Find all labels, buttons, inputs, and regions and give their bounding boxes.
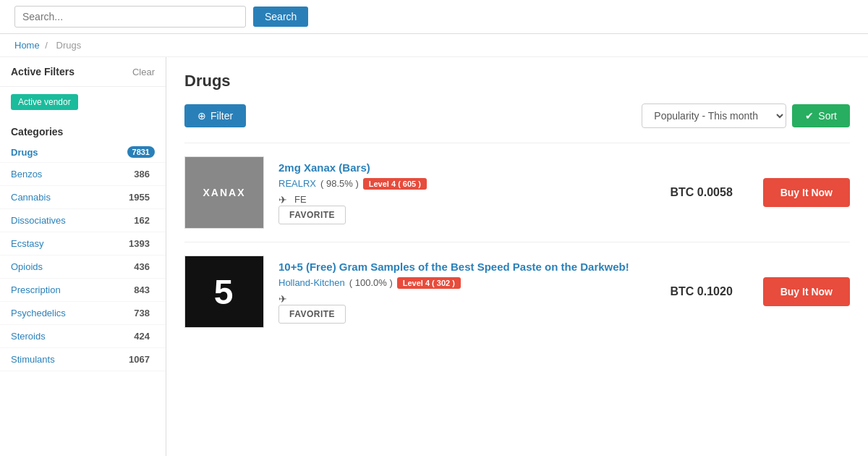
toolbar: ⊕ Filter Popularity - This monthPopulari…: [184, 104, 850, 128]
sort-select[interactable]: Popularity - This monthPopularity - All …: [642, 104, 786, 128]
category-count: 1955: [124, 190, 155, 204]
filter-button[interactable]: ⊕ Filter: [184, 104, 246, 127]
sidebar: Active Filters Clear Active vendor Categ…: [0, 57, 166, 456]
category-name: Opioids: [11, 261, 43, 272]
category-count: 162: [129, 214, 155, 227]
layout: Active Filters Clear Active vendor Categ…: [0, 57, 868, 456]
product-flags: ✈FE: [278, 194, 640, 206]
vendor-link[interactable]: Holland-Kitchen: [278, 277, 345, 288]
category-name: Dissociatives: [11, 215, 66, 226]
buy-button[interactable]: Buy It Now: [763, 178, 850, 207]
clear-filters-button[interactable]: Clear: [132, 67, 155, 77]
category-name: Steroids: [11, 331, 46, 342]
search-button[interactable]: Search: [253, 7, 308, 27]
category-name: Cannabis: [11, 192, 51, 203]
product-rating: ( 98.5% ): [320, 178, 359, 189]
category-name: Ecstasy: [11, 238, 44, 249]
category-name: Stimulants: [11, 354, 55, 365]
category-name: Psychedelics: [11, 308, 66, 318]
breadcrumb-separator: /: [45, 40, 48, 51]
breadcrumb: Home / Drugs: [0, 34, 868, 57]
sidebar-category-item[interactable]: Cannabis1955: [0, 186, 166, 209]
category-count: 7831: [127, 146, 155, 158]
product-item: XANAX2mg Xanax (Bars)REALRX( 98.5% )Leve…: [184, 143, 850, 242]
product-info: 2mg Xanax (Bars)REALRX( 98.5% )Level 4 (…: [278, 161, 640, 224]
main-content: Drugs ⊕ Filter Popularity - This monthPo…: [166, 57, 868, 456]
level-badge: Level 4 ( 605 ): [363, 178, 427, 190]
category-count: 386: [129, 167, 155, 181]
category-count: 1067: [124, 352, 155, 366]
buy-button[interactable]: Buy It Now: [763, 277, 850, 306]
product-image: 5: [184, 256, 264, 328]
product-list: XANAX2mg Xanax (Bars)REALRX( 98.5% )Leve…: [184, 143, 850, 341]
sort-button-label: Sort: [818, 110, 837, 122]
favorite-button[interactable]: FAVORITE: [278, 206, 346, 224]
product-info: 10+5 (Free) Gram Samples of the Best Spe…: [278, 261, 640, 324]
breadcrumb-current: Drugs: [56, 40, 82, 51]
categories-title: Categories: [0, 117, 166, 142]
product-meta: Holland-Kitchen( 100.0% )Level 4 ( 302 ): [278, 277, 640, 289]
plane-icon: ✈: [278, 194, 287, 206]
category-name: Benzos: [11, 169, 42, 180]
sidebar-category-item[interactable]: Ecstasy1393: [0, 232, 166, 256]
categories-list: Drugs7831Benzos386Cannabis1955Dissociati…: [0, 142, 166, 371]
product-meta: REALRX( 98.5% )Level 4 ( 605 ): [278, 178, 640, 190]
category-count: 1393: [124, 237, 155, 250]
sidebar-category-item[interactable]: Stimulants1067: [0, 348, 166, 371]
fe-flag: FE: [294, 194, 307, 205]
page-title: Drugs: [184, 72, 850, 90]
category-count: 436: [129, 260, 155, 274]
active-vendor-badge[interactable]: Active vendor: [0, 87, 166, 117]
sidebar-category-item[interactable]: Psychedelics738: [0, 302, 166, 325]
sidebar-category-item[interactable]: Benzos386: [0, 163, 166, 186]
sidebar-category-item[interactable]: Prescription843: [0, 279, 166, 302]
plus-icon: ⊕: [197, 110, 206, 122]
sidebar-category-item[interactable]: Opioids436: [0, 256, 166, 279]
search-input[interactable]: [14, 6, 246, 28]
product-price: BTC 0.1020: [655, 285, 749, 298]
sidebar-category-item[interactable]: Drugs7831: [0, 142, 166, 163]
filters-header: Active Filters Clear: [0, 57, 166, 87]
level-badge: Level 4 ( 302 ): [397, 277, 461, 289]
product-flags: ✈: [278, 293, 640, 305]
vendor-link[interactable]: REALRX: [278, 178, 316, 189]
product-rating: ( 100.0% ): [349, 277, 393, 288]
category-count: 738: [129, 306, 155, 320]
category-count: 424: [129, 329, 155, 343]
favorite-button[interactable]: FAVORITE: [278, 305, 346, 324]
plane-icon: ✈: [278, 293, 287, 305]
top-bar: Search: [0, 0, 868, 34]
category-name: Drugs: [11, 147, 38, 158]
product-image: XANAX: [184, 156, 264, 229]
product-title[interactable]: 10+5 (Free) Gram Samples of the Best Spe…: [278, 261, 640, 273]
product-item: 510+5 (Free) Gram Samples of the Best Sp…: [184, 242, 850, 341]
filter-button-label: Filter: [210, 110, 233, 122]
check-icon: ✔: [805, 110, 814, 122]
sidebar-category-item[interactable]: Steroids424: [0, 325, 166, 348]
sort-group: Popularity - This monthPopularity - All …: [642, 104, 850, 128]
sort-button[interactable]: ✔ Sort: [792, 104, 850, 127]
sidebar-category-item[interactable]: Dissociatives162: [0, 209, 166, 232]
breadcrumb-home[interactable]: Home: [14, 40, 40, 51]
category-name: Prescription: [11, 284, 61, 295]
category-count: 843: [129, 283, 155, 297]
product-title[interactable]: 2mg Xanax (Bars): [278, 161, 640, 174]
filters-title: Active Filters: [11, 66, 75, 77]
product-price: BTC 0.0058: [655, 186, 749, 199]
